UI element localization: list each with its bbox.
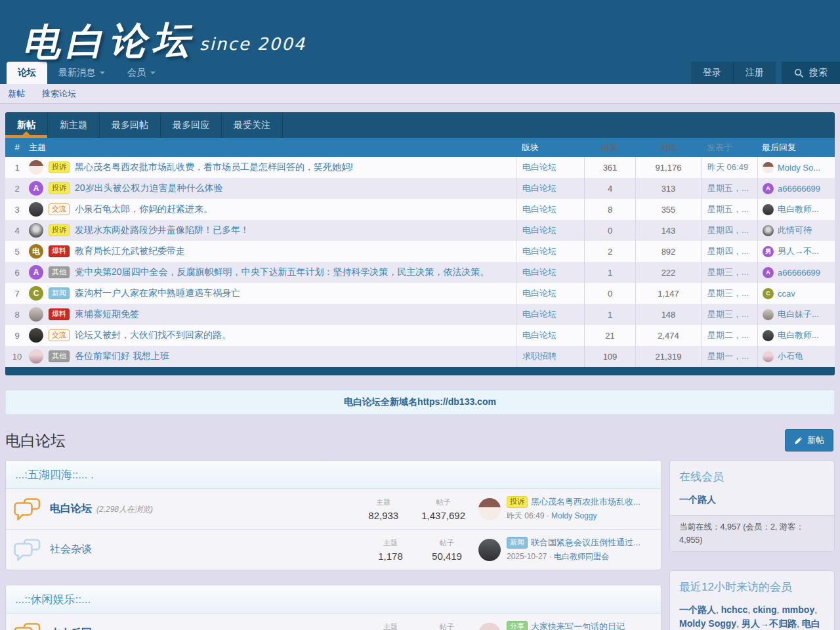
last-reply-avatar[interactable]: A [763,267,774,278]
latest-post-avatar[interactable] [478,539,501,561]
last-reply-user[interactable]: a66666699 [778,184,820,194]
last-reply-user[interactable]: Moldy So... [778,163,820,173]
thread-prefix-badge[interactable]: 投诉 [49,182,70,194]
last-reply-user[interactable]: 此情可待 [778,224,812,236]
last-reply-avatar[interactable]: A [763,183,774,194]
member-link[interactable]: cking [753,604,782,615]
member-link[interactable]: 一个路人 [679,604,721,615]
member-link[interactable]: hchcc [721,604,753,615]
last-reply-avatar[interactable] [763,162,774,173]
widget-tab-most-reactions[interactable]: 最多回应 [161,112,222,138]
last-reply-user[interactable]: 电白教师... [778,203,819,215]
new-post-button[interactable]: 新帖 [785,429,833,452]
forum-link[interactable]: 电白论坛 [522,308,556,320]
avatar[interactable]: A [29,265,43,280]
thread-prefix-badge[interactable]: 投诉 [49,224,70,236]
forum-link[interactable]: 电白论坛 [522,161,556,173]
member-link[interactable]: mmboy [782,604,817,615]
avatar[interactable]: 电 [29,244,43,259]
thread-prefix-badge[interactable]: 其他 [49,350,70,362]
register-button[interactable]: 注册 [733,62,776,84]
avatar[interactable]: C [29,286,43,301]
forum-link[interactable]: 电白论坛 [522,329,556,341]
thread-title-link[interactable]: 党中央第20届四中全会，反腐旗帜鲜明，中央下达新五年计划：坚持科学决策，民主决策… [75,266,490,278]
forum-link[interactable]: 电白论坛 [522,203,556,215]
widget-tab-most-watched[interactable]: 最受关注 [222,112,283,138]
latest-post-title[interactable]: 联合国紧急会议压倒性通过... [531,537,640,549]
member-link[interactable]: 一个路人 [679,494,716,505]
login-button[interactable]: 登录 [691,62,733,84]
last-reply-avatar[interactable] [763,225,774,236]
thread-title-link[interactable]: 森沟村一户人家在家中熟睡遭遇车祸身亡 [75,287,240,299]
thread-title-link[interactable]: 发现水东两处路段沙井盖像陷阱！已多年！ [75,224,249,236]
last-reply-user[interactable]: 电白教师... [778,329,819,341]
last-reply-user[interactable]: a66666699 [778,268,820,278]
last-reply-avatar[interactable]: 男 [763,246,774,257]
forum-node-link[interactable]: 电白论坛 [50,502,92,516]
last-reply-user[interactable]: ccav [778,289,795,299]
thread-prefix-badge[interactable]: 交流 [49,329,70,341]
thread-title-link[interactable]: 论坛又被封，大伙们找不到回家的路。 [75,329,231,341]
thread-title-link[interactable]: 教育局长江允武被纪委带走 [75,245,185,257]
thread-prefix-badge[interactable]: 爆料 [49,308,70,320]
avatar[interactable]: A [29,181,43,196]
posted-date[interactable]: 星期三，... [701,262,757,283]
subnav-search-forums-link[interactable]: 搜索论坛 [42,88,76,100]
last-reply-avatar[interactable] [763,351,774,362]
widget-tab-new-threads[interactable]: 新主题 [48,112,100,138]
forum-node-link[interactable]: 社会杂谈 [50,543,92,556]
forum-link[interactable]: 电白论坛 [522,182,556,194]
nav-tab-members[interactable]: 会员 [116,62,167,84]
last-reply-user[interactable]: 电白妹子... [778,308,819,320]
avatar[interactable] [29,223,43,238]
posted-date[interactable]: 星期三，... [701,283,757,304]
search-button[interactable]: 搜索 [782,62,840,84]
last-reply-avatar[interactable] [763,309,774,320]
latest-post-avatar[interactable] [478,623,501,630]
widget-tab-new-posts[interactable]: 新帖 [5,112,48,138]
thread-prefix-badge[interactable]: 其他 [49,266,70,278]
nav-tab-forums[interactable]: 论坛 [7,62,47,84]
posted-date[interactable]: 昨天 06:49 [701,157,757,178]
thread-prefix-badge[interactable]: 交流 [49,203,70,215]
category-header[interactable]: ...::休闲娱乐::... [6,585,661,614]
nav-tab-whats-new[interactable]: 最新消息 [47,62,116,84]
logo[interactable]: 电白论坛 since 2004 [0,0,840,62]
latest-post-user[interactable]: Moldy Soggy [551,511,597,520]
posted-date[interactable]: 星期五，... [701,178,757,199]
avatar[interactable] [29,349,43,364]
avatar[interactable] [29,202,43,217]
member-link[interactable]: Moldy Soggy [679,618,742,629]
category-header[interactable]: ...:五湖四海::... . [6,461,661,489]
forum-link[interactable]: 电白论坛 [522,245,556,257]
thread-prefix-badge[interactable]: 投诉 [49,161,70,173]
avatar[interactable] [29,307,43,322]
latest-post-avatar[interactable] [478,498,501,520]
thread-prefix-badge[interactable]: 新闻 [49,287,70,299]
member-link[interactable]: 男人→不归路 [742,618,802,629]
widget-tab-most-replies[interactable]: 最多回帖 [100,112,161,138]
latest-post-title[interactable]: 黑心茂名粤西农批市场乱收... [531,496,640,508]
thread-title-link[interactable]: 黑心茂名粤西农批市场乱收费，看市场员工是怎样回答的，笑死她妈! [75,161,353,173]
forum-link[interactable]: 电白论坛 [522,224,556,236]
avatar[interactable] [29,328,43,343]
last-reply-avatar[interactable]: C [763,288,774,299]
last-reply-avatar[interactable] [763,330,774,341]
last-reply-user[interactable]: 男人→不... [778,245,819,257]
forum-link[interactable]: 求职招聘 [522,350,556,362]
posted-date[interactable]: 星期二，... [701,325,757,346]
thread-title-link[interactable]: 20岁出头被公权力迫害是种什么体验 [75,182,223,194]
thread-title-link[interactable]: 小泉石龟太郎，你妈的赶紧进来。 [75,203,213,215]
latest-post-user[interactable]: 电白教师同盟会 [554,552,609,561]
forum-node-link[interactable]: 水上乐园 [50,627,92,630]
thread-title-link[interactable]: 柬埔寨短期免签 [75,308,139,320]
posted-date[interactable]: 星期四，... [701,220,757,241]
subnav-new-posts-link[interactable]: 新帖 [8,88,25,100]
avatar[interactable] [29,160,43,175]
posted-date[interactable]: 星期五，... [701,199,757,220]
posted-date[interactable]: 星期一，... [701,346,757,367]
thread-prefix-badge[interactable]: 爆料 [49,245,70,257]
latest-post-title[interactable]: 大家快来写一句话的日记 [531,621,625,630]
forum-link[interactable]: 电白论坛 [522,287,556,299]
forum-link[interactable]: 电白论坛 [522,266,556,278]
